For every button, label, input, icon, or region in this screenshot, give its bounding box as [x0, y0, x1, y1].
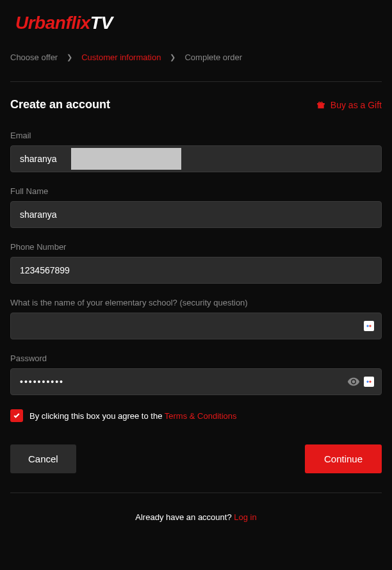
breadcrumb-step-customer-info: Customer information — [81, 53, 161, 62]
breadcrumb-step-complete-order: Complete order — [184, 53, 242, 62]
fullname-label: Full Name — [10, 186, 382, 196]
password-field[interactable] — [10, 368, 382, 395]
chevron-right-icon: ❯ — [170, 53, 176, 61]
gift-icon — [316, 101, 325, 110]
password-label: Password — [10, 354, 382, 363]
continue-button[interactable]: Continue — [305, 444, 382, 473]
phone-field[interactable] — [10, 257, 382, 284]
divider — [10, 493, 382, 493]
phone-label: Phone Number — [10, 242, 382, 252]
logo-suffix: TV — [90, 13, 113, 33]
checkmark-icon — [13, 412, 20, 419]
logo: UrbanflixTV — [15, 13, 382, 33]
footer-text: Already have an account? — [135, 512, 234, 522]
security-question-field[interactable] — [10, 313, 382, 339]
show-password-icon[interactable] — [347, 375, 360, 388]
email-label: Email — [10, 131, 382, 140]
password-manager-icon[interactable] — [364, 321, 374, 331]
buy-as-gift-link[interactable]: Buy as a Gift — [316, 100, 382, 110]
fullname-field[interactable] — [10, 201, 382, 228]
cancel-button[interactable]: Cancel — [10, 444, 76, 473]
buy-as-gift-label: Buy as a Gift — [331, 100, 382, 110]
divider — [10, 81, 382, 82]
breadcrumb-step-choose-offer[interactable]: Choose offer — [10, 53, 58, 62]
terms-conditions-link[interactable]: Terms & Conditions — [165, 411, 237, 421]
terms-text: By clicking this box you agree to the — [29, 411, 165, 421]
login-link[interactable]: Log in — [234, 512, 256, 522]
password-manager-icon[interactable] — [364, 377, 374, 387]
email-field[interactable] — [10, 145, 382, 172]
page-title: Create an account — [10, 98, 110, 111]
security-question-label: What is the name of your elementary scho… — [10, 298, 382, 307]
logo-brand: Urbanflix — [15, 13, 90, 33]
terms-label: By clicking this box you agree to the Te… — [29, 411, 237, 421]
chevron-right-icon: ❯ — [67, 53, 72, 61]
breadcrumb: Choose offer ❯ Customer information ❯ Co… — [10, 53, 382, 62]
terms-checkbox[interactable] — [10, 409, 23, 422]
